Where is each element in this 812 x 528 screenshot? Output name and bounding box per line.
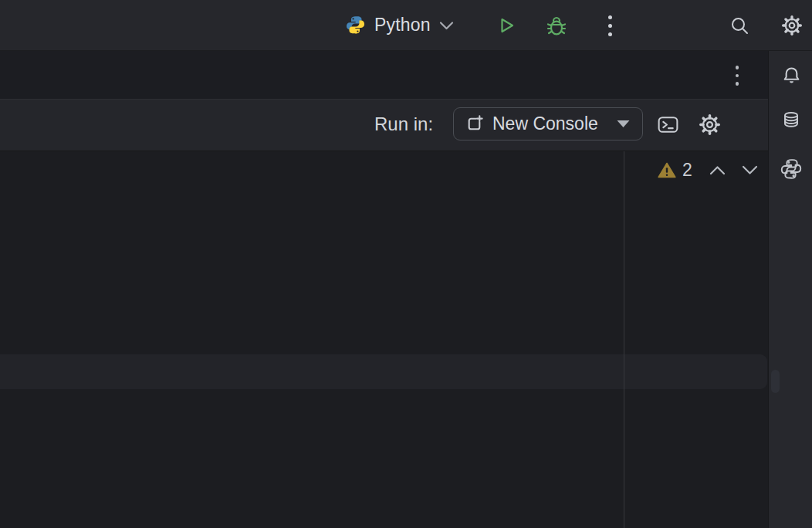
settings-button[interactable] [780, 13, 804, 38]
inspections-widget: 2 [658, 159, 760, 181]
console-settings-button[interactable] [697, 112, 722, 137]
editor-guide-line [624, 151, 624, 528]
terminal-icon [656, 113, 680, 137]
search-everywhere-button[interactable] [727, 13, 752, 38]
dropdown-arrow-icon [616, 120, 631, 128]
ide-window: Python [0, 0, 812, 528]
debug-button[interactable] [543, 12, 569, 38]
gear-icon [781, 15, 803, 36]
new-console-icon [465, 115, 483, 133]
run-config-label: Python [374, 15, 431, 36]
warnings-summary[interactable]: 2 [658, 160, 692, 181]
python-packages-tool-button[interactable] [778, 156, 804, 182]
previous-problem-button[interactable] [709, 160, 727, 180]
tab-options-button[interactable] [729, 63, 746, 88]
editor-tab-bar [0, 51, 768, 99]
more-vertical-icon [736, 66, 739, 86]
main-toolbar: Python [0, 0, 812, 51]
run-icon [495, 15, 516, 36]
warning-count: 2 [682, 160, 692, 181]
run-configuration-selector[interactable]: Python [339, 9, 460, 41]
gear-icon [699, 113, 721, 136]
scrollbar-thumb[interactable] [771, 370, 780, 393]
database-tool-button[interactable] [778, 107, 804, 133]
open-in-terminal-button[interactable] [655, 111, 681, 137]
warning-icon [658, 162, 676, 178]
notifications-button[interactable] [778, 63, 804, 89]
run-button[interactable] [494, 14, 517, 37]
bell-icon [780, 65, 803, 87]
right-tool-strip [768, 51, 812, 528]
next-problem-button[interactable] [741, 160, 760, 180]
chevron-down-icon [742, 165, 758, 175]
chevron-up-icon [709, 165, 726, 175]
selected-cell-highlight [0, 354, 767, 389]
editor-area[interactable]: 2 [0, 151, 768, 528]
more-vertical-icon [608, 15, 612, 36]
search-icon [729, 15, 750, 36]
console-selector-dropdown[interactable]: New Console [453, 107, 643, 140]
database-icon [780, 109, 802, 130]
console-selector-label: New Console [492, 113, 598, 134]
run-in-toolbar: Run in: New Console [0, 99, 768, 151]
debug-bug-icon [545, 14, 568, 37]
more-actions-button[interactable] [601, 12, 618, 39]
python-outline-icon [780, 157, 803, 181]
chevron-down-icon [439, 21, 454, 30]
python-logo-icon [345, 15, 366, 36]
run-in-label: Run in: [374, 100, 433, 149]
